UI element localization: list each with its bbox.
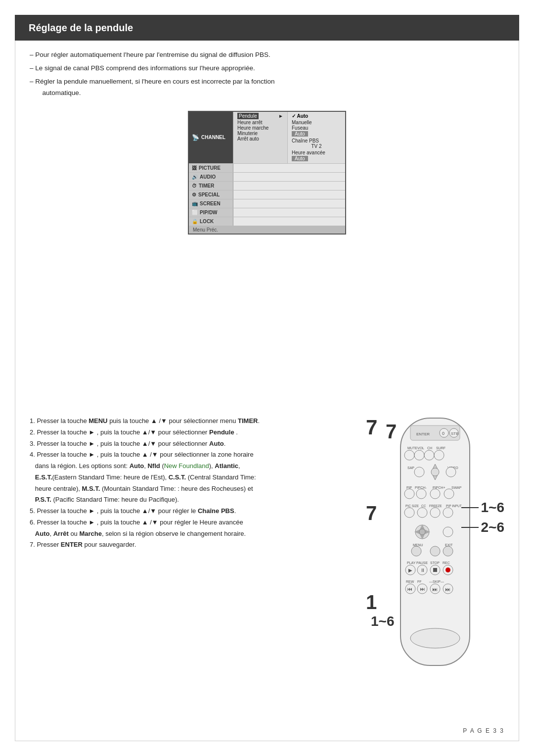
instr-1: 1. Presser la touche MENU puis la touche… — [30, 416, 356, 427]
menu-row-screen: 📺 SCREEN — [189, 199, 345, 208]
menu-row-lock: 🔒 LOCK — [189, 217, 345, 226]
svg-text:MENU: MENU — [413, 543, 423, 547]
menu-row-audio: 🔊 AUDIO — [189, 173, 345, 182]
svg-text:—SKIP—: —SKIP— — [429, 580, 444, 583]
svg-text:REW: REW — [406, 580, 414, 583]
svg-text:⏮: ⏮ — [407, 586, 412, 592]
svg-text:⏭: ⏭ — [432, 586, 438, 592]
menu-middle-pendule: Pendule► Heure arrêt Heure marche Minute… — [233, 112, 288, 163]
svg-point-28 — [430, 489, 440, 499]
svg-text:⏭: ⏭ — [420, 586, 425, 592]
instructions-col: 1. Presser la touche MENU puis la touche… — [30, 416, 366, 551]
label-7-top: 7 — [366, 416, 377, 439]
layout-bottom: 1. Presser la touche MENU puis la touche… — [30, 416, 504, 693]
bullet-1: – Pour régler automatiquement l'heure pa… — [30, 49, 504, 61]
svg-point-34 — [404, 508, 414, 518]
bullet-list: – Pour régler automatiquement l'heure pa… — [30, 49, 504, 99]
label-1to6-right: 1~6 — [461, 500, 505, 516]
svg-point-47 — [411, 546, 421, 556]
menu-left-channel: 📡 CHANNEL — [189, 112, 233, 163]
header-triangle — [183, 15, 201, 41]
svg-point-73 — [410, 628, 460, 648]
menu-row-timer: ⏱ TIMER — [189, 182, 345, 190]
svg-point-13 — [424, 450, 434, 460]
svg-text:STB: STB — [451, 431, 459, 436]
svg-point-26 — [404, 489, 414, 499]
svg-text:REC: REC — [443, 561, 450, 565]
bullet-2: – Le signal de canal PBS comprend des in… — [30, 63, 504, 74]
instr-2: 2. Presser la touche ► , puis la touche … — [30, 427, 356, 438]
svg-text:⏸: ⏸ — [420, 567, 425, 573]
label-7-mid: 7 — [366, 502, 377, 524]
svg-point-29 — [444, 489, 454, 499]
remote-svg: ENTER 0 STB MUTE VOL CH SURF SAP VIDEO — [386, 416, 485, 673]
svg-text:⏭: ⏭ — [445, 586, 450, 592]
menu-left-timer: ⏱ TIMER — [189, 182, 233, 190]
remote-diagram: 7 ENTER 0 STB MUTE VOL CH SURF — [366, 416, 504, 693]
page-title: Réglage de la pendule — [29, 22, 133, 34]
menu-row-special: ⚙ SPECIAL — [189, 190, 345, 199]
svg-point-27 — [416, 489, 426, 499]
svg-point-61 — [445, 567, 450, 572]
svg-rect-59 — [433, 568, 437, 572]
instr-5: 5. Presser la touche ► , puis la touche … — [30, 506, 356, 517]
content-area: – Pour régler automatiquement l'heure pa… — [30, 49, 504, 249]
svg-text:VOL: VOL — [417, 446, 424, 450]
header-bar: Réglage de la pendule — [15, 15, 519, 41]
remote-col: 7 ENTER 0 STB MUTE VOL CH SURF — [366, 416, 504, 693]
menu-left-special: ⚙ SPECIAL — [189, 190, 233, 199]
menu-left-audio: 🔊 AUDIO — [189, 173, 233, 181]
svg-text:PLAY: PLAY — [407, 561, 416, 565]
svg-text:0: 0 — [442, 431, 445, 436]
svg-point-48 — [430, 546, 440, 556]
svg-point-35 — [417, 508, 427, 518]
svg-point-20 — [414, 467, 424, 477]
menu-left-picture: 🖼 PICTURE — [189, 164, 233, 172]
label-1to6-bottom: 1~6 — [371, 614, 395, 629]
instr-4: 4. Presser la touche ► , puis la touche … — [30, 449, 356, 506]
menu-left-screen: 📺 SCREEN — [189, 199, 233, 208]
svg-point-19 — [431, 468, 439, 476]
svg-text:SURF: SURF — [436, 446, 445, 450]
label-2to6-right: 2~6 — [461, 520, 505, 535]
svg-text:CC: CC — [421, 504, 426, 508]
instr-7: 7. Presser ENTER pour sauvegarder. — [30, 539, 356, 551]
svg-text:FREEZE: FREEZE — [429, 504, 442, 508]
svg-point-49 — [443, 546, 453, 556]
menu-left-pip: ⬜ PIP/DW — [189, 208, 233, 217]
svg-point-11 — [404, 450, 414, 460]
bullet-3: – Régler la pendule manuellement, si l'h… — [30, 76, 504, 99]
svg-text:CH: CH — [427, 446, 432, 450]
svg-text:SWAP: SWAP — [451, 486, 462, 489]
svg-point-43 — [419, 529, 425, 535]
svg-text:PIP INPUT: PIP INPUT — [446, 504, 462, 508]
label-7-topleft: 7 — [386, 421, 397, 443]
page-number: P A G E 3 3 — [463, 727, 504, 734]
svg-text:STOP: STOP — [430, 561, 440, 565]
menu-footer-text: Menu Préc. — [193, 227, 218, 233]
svg-text:SAP: SAP — [407, 466, 414, 470]
instr-6: 6. Presser la touche ► , puis la touche … — [30, 517, 356, 540]
svg-text:MUTE: MUTE — [407, 446, 417, 450]
svg-point-21 — [446, 467, 456, 477]
label-1-bottom: 1 — [366, 591, 377, 614]
menu-footer: Menu Préc. — [189, 226, 345, 234]
svg-point-37 — [443, 508, 453, 518]
menu-left-lock: 🔒 LOCK — [189, 217, 233, 226]
menu-row-channel: 📡 CHANNEL Pendule► Heure arrêt Heure mar… — [189, 112, 345, 164]
menu-row-pip: ⬜ PIP/DW — [189, 208, 345, 217]
svg-text:FF: FF — [417, 580, 422, 583]
svg-text:PIC SIZE: PIC SIZE — [405, 504, 419, 508]
svg-text:ENTER: ENTER — [416, 432, 430, 436]
menu-row-picture: 🖼 PICTURE — [189, 164, 345, 173]
svg-point-36 — [430, 508, 440, 518]
svg-point-44 — [443, 527, 453, 537]
menu-right-auto: ✓ Auto Manuelle Fuseau Auto Chaîne PBS T… — [288, 112, 345, 163]
instr-3: 3. Presser la touche ► , puis la touche … — [30, 438, 356, 450]
tv-menu-screenshot: 📡 CHANNEL Pendule► Heure arrêt Heure mar… — [30, 111, 504, 235]
svg-point-14 — [434, 450, 444, 460]
svg-point-12 — [414, 450, 424, 460]
svg-text:▶: ▶ — [408, 567, 412, 573]
tv-menu: 📡 CHANNEL Pendule► Heure arrêt Heure mar… — [188, 111, 346, 235]
svg-text:PAUSE: PAUSE — [416, 561, 428, 565]
